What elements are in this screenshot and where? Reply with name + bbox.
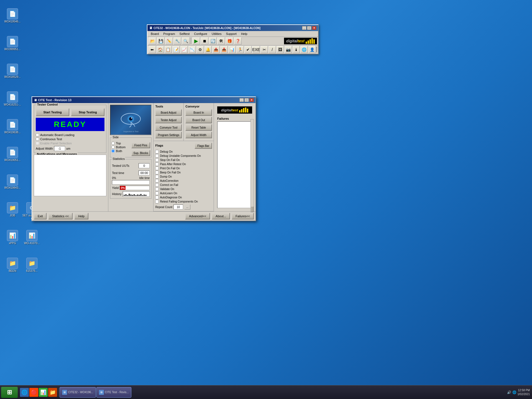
- flags-bar-button[interactable]: Flags Bar: [195, 143, 212, 149]
- menu-utilities[interactable]: Utilities: [209, 32, 224, 36]
- cite-minimize-button[interactable]: _: [239, 98, 244, 102]
- toolbar-edit[interactable]: ✏️: [165, 37, 173, 45]
- failures-scrollbar[interactable]: [250, 119, 254, 212]
- toolbar2-btn1[interactable]: ⬅: [149, 46, 156, 53]
- beep-on-fail-checkbox[interactable]: [155, 171, 159, 174]
- toolbar2-btn19[interactable]: 🌡: [293, 46, 300, 53]
- board-out-button[interactable]: Board Out: [185, 117, 212, 123]
- toolbar-stop[interactable]: ⏹: [201, 37, 208, 45]
- pass-after-retest-checkbox[interactable]: [155, 162, 159, 166]
- toolbar2-btn17[interactable]: 🖼: [277, 46, 284, 53]
- taskbar-cite-test[interactable]: 🖥 CITE Test - Revis...: [96, 387, 131, 398]
- side-top-radio[interactable]: [111, 142, 115, 145]
- auto-board-loading-checkbox[interactable]: [36, 133, 39, 137]
- board-adjust-button[interactable]: Board Adjust: [155, 109, 182, 116]
- continuous-test-checkbox[interactable]: [36, 137, 39, 141]
- cite-restore-button[interactable]: □: [244, 98, 249, 102]
- toolbar2-btn3[interactable]: 📋: [165, 46, 172, 53]
- help-button[interactable]: Help: [74, 213, 88, 219]
- correct-on-fail-checkbox[interactable]: [155, 183, 159, 187]
- desktop-icon-615376[interactable]: 📁 615376...: [22, 258, 42, 272]
- toolbar-tool2[interactable]: 🔍: [182, 37, 190, 45]
- repeat-count-more-button[interactable]: ...: [184, 204, 190, 209]
- desktop-icon-wo419051[interactable]: 📄 WO419051...: [3, 147, 22, 162]
- stop-testing-button[interactable]: Stop Testing: [71, 108, 104, 116]
- side-bottom-radio[interactable]: [111, 145, 115, 149]
- autolearn-on-checkbox[interactable]: [155, 191, 159, 195]
- toolbar-settings[interactable]: 🛠: [217, 37, 225, 45]
- maximize-button[interactable]: □: [307, 26, 311, 30]
- chrome-icon[interactable]: 🔴: [29, 388, 38, 397]
- toolbar2-btn18[interactable]: 📷: [285, 46, 292, 53]
- exit-button[interactable]: Exit: [34, 213, 47, 219]
- statistics-button[interactable]: Statistics <<: [48, 213, 73, 219]
- reset-table-button[interactable]: Reset Table: [185, 124, 212, 131]
- scrollbar-thumb[interactable]: [251, 206, 254, 212]
- desktop-icon-wo419843[interactable]: 📄 WO419843...: [3, 175, 22, 189]
- side-both-radio[interactable]: [111, 149, 115, 153]
- validate-on-checkbox[interactable]: [155, 187, 159, 191]
- board-in-button[interactable]: Board In: [185, 109, 212, 116]
- repeat-count-input[interactable]: 10: [173, 204, 183, 209]
- debug-on-checkbox[interactable]: [155, 150, 159, 154]
- autodiagnose-on-checkbox[interactable]: [155, 196, 159, 199]
- toolbar2-btn15[interactable]: ✂: [260, 46, 268, 53]
- toolbar2-btn10[interactable]: 📥: [220, 46, 228, 53]
- desktop-icon-wo419638[interactable]: 📄 WO419638...: [3, 119, 22, 134]
- ie-icon[interactable]: 🌐: [20, 388, 29, 397]
- address-bar[interactable]: [316, 47, 317, 52]
- toolbar2-btn2[interactable]: 🏠: [157, 46, 164, 53]
- menu-configure[interactable]: Configure: [192, 32, 209, 36]
- desktop-icon-been[interactable]: 📁 BEEN: [3, 258, 22, 272]
- notifications-box[interactable]: [34, 155, 106, 196]
- toolbar2-btn8[interactable]: 🔔: [204, 46, 212, 53]
- toolbar2-btn9[interactable]: 📤: [212, 46, 220, 53]
- adjust-width-input[interactable]: -1: [54, 146, 65, 151]
- dump-on-checkbox[interactable]: [155, 175, 159, 178]
- excel-icon[interactable]: 📊: [39, 388, 48, 397]
- conveyor-tool-button[interactable]: Conveyor Tool: [155, 124, 182, 131]
- toolbar2-btn5[interactable]: 📈: [180, 46, 188, 53]
- toolbar-tool1[interactable]: 🔧: [173, 37, 181, 45]
- desktop-icon-wo41070[interactable]: 📊 WO-41070...: [22, 230, 42, 245]
- start-button[interactable]: ⊞: [1, 387, 18, 398]
- folder-icon[interactable]: 📁: [48, 388, 57, 397]
- tester-adjust-button[interactable]: Tester Adjust: [155, 117, 182, 123]
- toolbar-refresh[interactable]: 🔄: [209, 37, 217, 45]
- menu-selftest[interactable]: Selftest: [177, 32, 192, 36]
- sup-blocks-button[interactable]: Sup. Blocks: [131, 150, 150, 156]
- advanced-button[interactable]: Advanced<<: [185, 213, 210, 219]
- close-button[interactable]: ✕: [312, 26, 316, 30]
- stop-on-fail-checkbox[interactable]: [155, 158, 159, 162]
- toolbar-run[interactable]: ▶: [192, 37, 200, 45]
- menu-help[interactable]: Help: [239, 32, 250, 36]
- toolbar2-btn4[interactable]: 📝: [172, 46, 180, 53]
- desktop-icon-wo419546[interactable]: 📄 WO419546...: [3, 8, 22, 23]
- autocorrection-checkbox[interactable]: [155, 179, 159, 183]
- program-settings-button[interactable]: Program Settings: [155, 132, 182, 138]
- retest-failing-checkbox[interactable]: [155, 200, 159, 203]
- minimize-button[interactable]: _: [302, 26, 306, 30]
- toolbar2-btn20[interactable]: 🌐: [300, 46, 308, 53]
- about-button[interactable]: About...: [212, 213, 230, 219]
- toolbar2-btn7[interactable]: ⚙: [196, 46, 204, 53]
- start-testing-button[interactable]: Start Testing: [36, 108, 69, 116]
- adjust-width-button[interactable]: Adjust Width: [185, 132, 212, 138]
- desktop-icon-job[interactable]: 📁 JOB: [3, 202, 22, 217]
- toolbar2-btn6[interactable]: 📉: [188, 46, 196, 53]
- menu-program[interactable]: Program: [161, 32, 177, 36]
- fixed-pins-button[interactable]: Fixed Pins: [131, 142, 150, 148]
- failures-list[interactable]: [217, 121, 252, 208]
- menu-support[interactable]: Support: [224, 32, 239, 36]
- menu-board[interactable]: Board: [149, 32, 161, 36]
- toolbar-gift[interactable]: 🎁: [226, 37, 233, 45]
- desktop-icon-wo416251[interactable]: 📄 WO416251-...: [3, 91, 22, 106]
- toolbar2-btn21[interactable]: 👤: [308, 46, 316, 53]
- toolbar2-btn13[interactable]: ✔: [244, 46, 252, 53]
- toolbar-open[interactable]: 📂: [149, 37, 156, 45]
- cite-close-button[interactable]: ✕: [249, 98, 254, 102]
- toolbar-save[interactable]: 💾: [157, 37, 165, 45]
- taskbar-cite32[interactable]: 🖥 CITE32 - WO4196...: [60, 387, 96, 398]
- print-on-fail-checkbox[interactable]: [155, 167, 159, 170]
- failures-button[interactable]: Failures<<: [232, 213, 254, 219]
